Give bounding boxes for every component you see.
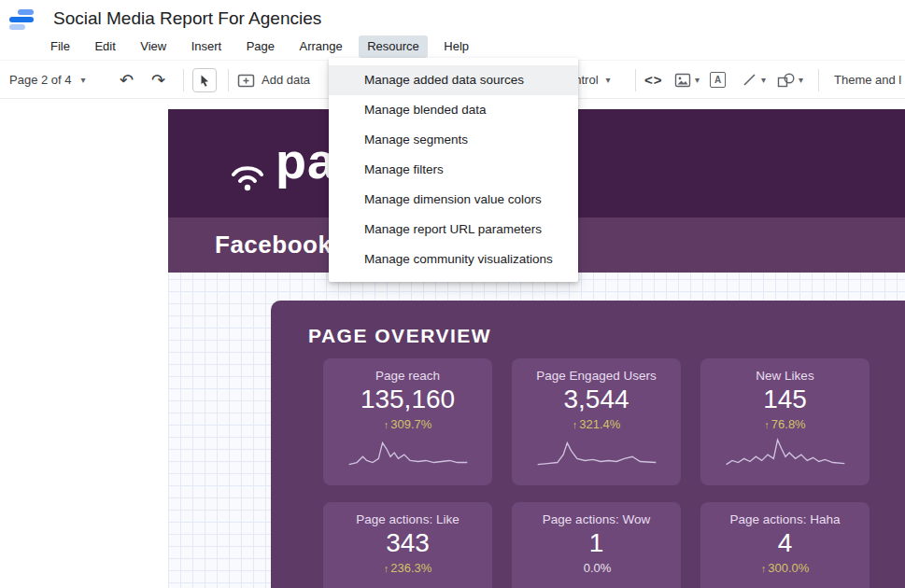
- line-tool-button[interactable]: ▾: [742, 61, 766, 99]
- shape-tool-button[interactable]: ▾: [777, 61, 803, 99]
- scorecard-page-reach[interactable]: Page reach 135,160 ↑309.7%: [323, 358, 492, 485]
- toolbar-divider: [818, 69, 819, 91]
- logo-bar: [18, 9, 34, 15]
- metric-label: Page reach: [323, 369, 492, 383]
- resource-dropdown-menu: Manage added data sources Manage blended…: [329, 58, 578, 282]
- select-mode-button[interactable]: [192, 68, 217, 92]
- add-data-icon: [237, 72, 255, 89]
- chevron-down-icon: ▾: [81, 76, 86, 85]
- metric-label: Page actions: Like: [323, 512, 492, 526]
- undo-button[interactable]: ↶: [120, 61, 134, 99]
- up-arrow-icon: ↑: [573, 419, 578, 430]
- sparkline-chart: [531, 435, 662, 470]
- metric-delta: ↑236.3%: [323, 561, 492, 575]
- theme-layout-button[interactable]: Theme and l: [834, 61, 901, 99]
- metric-label: Page Engaged Users: [512, 369, 681, 383]
- menu-item-arrange[interactable]: Arrange: [290, 35, 350, 58]
- scorecard-new-likes[interactable]: New Likes 145 ↑76.8%: [700, 358, 870, 485]
- up-arrow-icon: ↑: [764, 419, 770, 430]
- page-overview-card[interactable]: PAGE OVERVIEW Page reach 135,160 ↑309.7%…: [271, 301, 905, 588]
- chevron-down-icon: ▾: [606, 76, 611, 85]
- redo-button[interactable]: ↷: [151, 61, 165, 99]
- menu-item-help[interactable]: Help: [435, 35, 477, 58]
- app-header: Social Media Report For Agencies: [0, 0, 905, 37]
- chevron-down-icon: ▾: [799, 76, 803, 85]
- image-icon: [674, 72, 691, 89]
- page-overview-title: PAGE OVERVIEW: [308, 325, 491, 347]
- metric-delta: ↑309.7%: [323, 417, 492, 431]
- redo-icon: ↷: [151, 72, 165, 89]
- up-arrow-icon: ↑: [384, 563, 389, 574]
- scorecard-page-engaged-users[interactable]: Page Engaged Users 3,544 ↑321.4%: [512, 358, 681, 485]
- toolbar-divider: [635, 69, 636, 91]
- line-icon: [742, 72, 757, 88]
- embed-button[interactable]: <>: [644, 61, 663, 99]
- shape-icon: [777, 72, 795, 88]
- image-tool-button[interactable]: ▾: [674, 61, 700, 99]
- metric-delta: ↑321.4%: [512, 417, 681, 431]
- menu-item-manage-blended-data[interactable]: Manage blended data: [329, 95, 578, 125]
- menu-item-manage-community-visualizations[interactable]: Manage community visualizations: [329, 245, 578, 274]
- metric-value: 343: [323, 528, 492, 558]
- wifi-icon: [226, 156, 269, 193]
- scorecard-page-actions-haha[interactable]: Page actions: Haha 4 ↑300.0%: [700, 502, 870, 588]
- metric-value: 145: [700, 385, 870, 414]
- metric-value: 135,160: [323, 385, 492, 414]
- section-title: Facebook: [215, 217, 332, 273]
- metric-delta: ↑300.0%: [700, 561, 870, 575]
- menu-item-manage-report-url-parameters[interactable]: Manage report URL parameters: [329, 215, 578, 245]
- menu-item-edit[interactable]: Edit: [86, 35, 123, 58]
- embed-icon: <>: [644, 72, 663, 88]
- theme-layout-label: Theme and l: [834, 73, 901, 87]
- menu-item-view[interactable]: View: [132, 35, 175, 58]
- menu-item-resource[interactable]: Resource: [359, 35, 428, 58]
- metric-delta: 0.0%: [512, 561, 681, 575]
- toolbar-divider: [228, 69, 229, 91]
- logo-bar: [9, 24, 25, 30]
- menu-item-page[interactable]: Page: [238, 35, 283, 58]
- looker-studio-logo-icon[interactable]: [9, 7, 34, 32]
- cursor-icon: [198, 74, 211, 87]
- menu-bar: File Edit View Insert Page Arrange Resou…: [0, 35, 905, 60]
- brand-logo: pa: [226, 133, 336, 193]
- menu-item-insert[interactable]: Insert: [183, 35, 231, 58]
- page-selector[interactable]: Page 2 of 4 ▾: [9, 61, 86, 99]
- up-arrow-icon: ↑: [384, 419, 389, 430]
- page-indicator: Page 2 of 4: [9, 73, 72, 87]
- menu-item-manage-filters[interactable]: Manage filters: [329, 155, 578, 185]
- add-data-button[interactable]: Add data: [237, 61, 310, 99]
- menu-item-manage-added-data-sources[interactable]: Manage added data sources: [329, 65, 578, 95]
- text-icon: A: [714, 75, 721, 85]
- metric-label: New Likes: [700, 369, 870, 383]
- sparkline-chart: [343, 435, 474, 470]
- toolbar-divider: [183, 69, 184, 91]
- scorecard-page-actions-wow[interactable]: Page actions: Wow 1 0.0%: [512, 502, 681, 588]
- brand-logo-text: pa: [276, 133, 336, 193]
- metric-value: 3,544: [512, 385, 681, 414]
- logo-bar: [9, 17, 34, 22]
- undo-icon: ↶: [120, 72, 134, 89]
- chevron-down-icon: ▾: [761, 76, 766, 85]
- menu-item-file[interactable]: File: [42, 35, 78, 58]
- scorecard-page-actions-like[interactable]: Page actions: Like 343 ↑236.3%: [323, 502, 492, 588]
- sparkline-chart: [720, 435, 851, 470]
- metric-value: 1: [512, 528, 681, 558]
- metrics-grid: Page reach 135,160 ↑309.7% Page Engaged …: [323, 358, 870, 588]
- report-title[interactable]: Social Media Report For Agencies: [53, 0, 321, 37]
- text-tool-button[interactable]: A: [710, 72, 726, 88]
- menu-item-manage-segments[interactable]: Manage segments: [329, 125, 578, 155]
- metric-label: Page actions: Haha: [700, 512, 870, 526]
- metric-label: Page actions: Wow: [512, 512, 681, 526]
- up-arrow-icon: ↑: [761, 563, 767, 574]
- metric-value: 4: [700, 528, 870, 558]
- add-data-label: Add data: [262, 73, 310, 87]
- metric-delta: ↑76.8%: [700, 417, 870, 431]
- chevron-down-icon: ▾: [695, 76, 700, 85]
- menu-item-manage-dimension-value-colors[interactable]: Manage dimension value colors: [329, 185, 578, 215]
